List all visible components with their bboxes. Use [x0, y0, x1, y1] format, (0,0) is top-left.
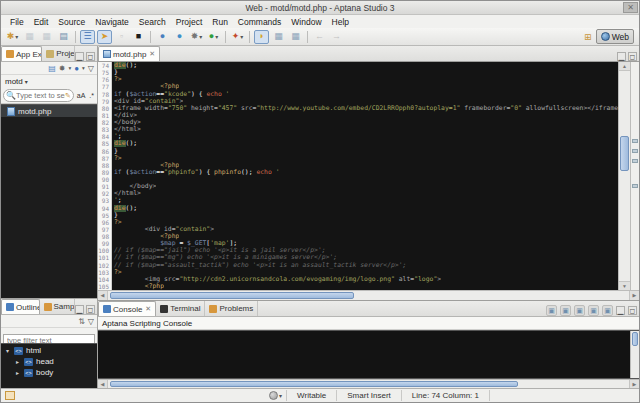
view-menu-icon[interactable]: ▽ — [88, 64, 94, 73]
menu-project[interactable]: Project — [171, 17, 207, 27]
menu-file[interactable]: File — [5, 17, 29, 27]
scroll-right-icon[interactable]: ▶ — [629, 291, 639, 300]
debug-wand-button[interactable]: ✦▾ — [230, 30, 245, 44]
vertical-scroll-thumb[interactable] — [620, 136, 629, 171]
console-output[interactable] — [98, 331, 630, 378]
console-horizontal-scrollbar[interactable]: ◀ ▶ — [98, 379, 639, 388]
tab-outline[interactable]: Outline ✕ — [1, 299, 40, 314]
file-item-motd.php[interactable]: motd.php — [1, 105, 97, 117]
tab-problems[interactable]: Problems — [205, 301, 258, 316]
menu-help[interactable]: Help — [327, 17, 354, 27]
menu-edit[interactable]: Edit — [29, 17, 54, 27]
console-panel: Console✕TerminalProblems▣▣▣▣▣▁◻ Aptana S… — [98, 300, 639, 388]
samples-view-button[interactable]: ▦ — [271, 30, 286, 44]
minimize-icon[interactable]: ▁ — [617, 52, 626, 61]
new-wizard-button[interactable]: ✱▾ — [5, 30, 20, 44]
close-icon[interactable]: ✕ — [149, 50, 155, 58]
print-button[interactable]: ▤ — [56, 30, 71, 44]
scroll-up-icon[interactable]: ▲ — [619, 62, 630, 71]
overview-ruler[interactable] — [630, 62, 639, 290]
window-close-button[interactable]: ✕ — [623, 2, 638, 13]
menu-source[interactable]: Source — [53, 17, 90, 27]
open-perspective-button[interactable]: ⊞ — [580, 30, 596, 44]
editor-tab-motd-php[interactable]: motd.php ✕ — [98, 46, 160, 61]
scroll-down-icon[interactable]: ▼ — [619, 281, 630, 290]
view-menu-icon[interactable]: ▽ — [88, 317, 94, 326]
code-line: 78if ($action=="kcode") { echo ' — [98, 91, 618, 98]
collapse-icon[interactable]: ▾ — [4, 347, 11, 354]
editor-vertical-scrollbar[interactable]: ▲ ▼ — [618, 62, 630, 290]
horizontal-scroll-thumb[interactable] — [110, 292, 354, 299]
outline-node-head[interactable]: ▸<>head — [1, 356, 97, 367]
code-area[interactable]: 74die();75}76?>77 <?php78if ($action=="k… — [98, 62, 618, 290]
scroll-lock-icon[interactable]: ▣ — [560, 305, 571, 316]
code-text: </html> — [112, 190, 141, 197]
sync-icon[interactable]: ● — [74, 64, 79, 73]
minimize-icon[interactable]: ▁ — [75, 52, 84, 61]
chevron-down-icon: ▾ — [279, 392, 282, 399]
display-selected-console-icon[interactable]: ▣ — [588, 305, 599, 316]
console-scroll-thumb[interactable] — [632, 332, 638, 346]
web-perspective-button[interactable]: Web — [596, 29, 634, 44]
close-icon[interactable]: ✕ — [145, 305, 151, 313]
maximize-icon[interactable]: ◻ — [86, 305, 95, 314]
gear-icon[interactable]: ✸ — [59, 64, 66, 73]
case-sensitive-button[interactable]: aA — [76, 92, 87, 99]
console-hscroll-thumb[interactable] — [110, 381, 518, 387]
fast-view-icon[interactable] — [5, 391, 15, 400]
annotation-mark[interactable] — [632, 159, 638, 163]
columns-icon[interactable]: ▤ — [48, 64, 56, 73]
search-input[interactable] — [16, 91, 65, 100]
globe-status-icon[interactable] — [269, 391, 278, 400]
minimize-icon[interactable]: ▁ — [75, 305, 84, 314]
maximize-icon[interactable]: ◻ — [86, 52, 95, 61]
menu-commands[interactable]: Commands — [233, 17, 286, 27]
console-vertical-scrollbar[interactable] — [630, 331, 639, 378]
scroll-right-icon[interactable]: ▶ — [629, 380, 639, 388]
print-button-icon: ▤ — [59, 32, 68, 41]
link-with-editor-button[interactable]: ➤ — [97, 30, 112, 44]
menu-window[interactable]: Window — [286, 17, 326, 27]
project-selector[interactable]: motd ▾ — [1, 75, 97, 88]
maximize-icon[interactable]: ◻ — [628, 306, 637, 315]
chevron-down-icon: ▾ — [25, 78, 28, 85]
run-button[interactable]: ●▾ — [206, 30, 221, 44]
line-number: 84 — [98, 133, 112, 140]
outline-node-body[interactable]: ▸<>body — [1, 367, 97, 378]
tab-samples[interactable]: Samples — [40, 299, 76, 314]
annotation-mark[interactable] — [632, 139, 638, 143]
line-number: 80 — [98, 105, 112, 112]
outline-node-html[interactable]: ▾<>html — [1, 345, 97, 356]
tab-projects[interactable]: Projec... — [42, 46, 75, 61]
menu-navigate[interactable]: Navigate — [90, 17, 134, 27]
regex-button[interactable]: .* — [88, 92, 95, 99]
terminal-button[interactable]: ■ — [131, 30, 146, 44]
tab-terminal[interactable]: Terminal — [156, 301, 205, 316]
tab-app-explorer[interactable]: App Ex... ✕ — [1, 46, 42, 61]
preview-browser-button[interactable]: ● — [172, 30, 187, 44]
menu-search[interactable]: Search — [134, 17, 171, 27]
line-number: 78 — [98, 91, 112, 98]
pin-console-icon[interactable]: ▣ — [574, 305, 585, 316]
bundle-button[interactable]: ◗ — [254, 30, 269, 44]
annotation-mark[interactable] — [632, 149, 638, 153]
editor-horizontal-scrollbar[interactable]: ◀ ▶ — [98, 290, 639, 300]
search-box[interactable]: 🔍 ✎ — [3, 89, 74, 102]
tab-console[interactable]: Console✕ — [98, 301, 156, 316]
scroll-left-icon[interactable]: ◀ — [98, 380, 108, 388]
minimize-icon[interactable]: ▁ — [616, 306, 625, 315]
code-line: 87?> — [98, 155, 618, 162]
snippets-view-button[interactable]: ▦ — [288, 30, 303, 44]
sort-icon[interactable]: ⇅ — [78, 317, 85, 326]
expand-icon[interactable]: ▸ — [14, 369, 21, 376]
toggle-list-view-button[interactable]: ☰ — [80, 30, 95, 44]
menu-run[interactable]: Run — [207, 17, 233, 27]
maximize-icon[interactable]: ◻ — [628, 52, 637, 61]
annotation-mark[interactable] — [632, 184, 638, 188]
clear-console-icon[interactable]: ▣ — [546, 305, 557, 316]
scroll-left-icon[interactable]: ◀ — [98, 291, 108, 300]
expand-icon[interactable]: ▸ — [14, 358, 21, 365]
open-console-icon[interactable]: ▣ — [602, 305, 613, 316]
external-tools-button[interactable]: ✸▾ — [189, 30, 204, 44]
run-web-button[interactable]: ● — [155, 30, 170, 44]
